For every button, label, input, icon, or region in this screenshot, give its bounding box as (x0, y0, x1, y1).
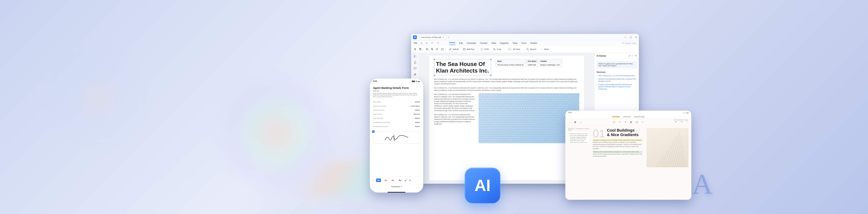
tablet-toolbar: ‹ ▦ ⌕ ✎ T ✐ ◧ ◯ ☆ ↶ ↷ ⋯ (565, 119, 691, 125)
th-location: Location (538, 59, 562, 63)
attachments-icon[interactable] (413, 73, 417, 76)
pen-icon[interactable]: ✐ (624, 120, 627, 124)
cursor-icon[interactable] (414, 48, 417, 51)
phone-content[interactable]: Agent Banking Details Form Dear Sir, Kin… (370, 84, 423, 177)
highlighter-icon[interactable]: ✎ (613, 120, 616, 124)
phone-font-toolbar: ⤡ Aa Aa Aa Aa 🖌 + (370, 177, 423, 184)
expand-icon[interactable]: ⤡ (372, 179, 374, 182)
signature-badge-icon: ✎ (372, 130, 375, 133)
phone-greeting: Dear Sir, (373, 90, 420, 92)
menu-home[interactable]: Home (449, 41, 455, 45)
plus-icon[interactable]: + (409, 179, 411, 182)
zoom-in-icon[interactable] (431, 48, 434, 51)
tab-underline[interactable]: Underline (623, 116, 631, 118)
new-tab-button[interactable]: + (448, 36, 449, 38)
font-chip-1[interactable]: Aa (376, 179, 381, 182)
thumbnails-icon[interactable]: ▦ (574, 120, 577, 124)
font-chip-4[interactable]: Aa (397, 179, 402, 182)
svg-point-0 (622, 42, 623, 43)
ai-tools-button[interactable]: ✨ AI Tools (506, 47, 521, 51)
menu-convert[interactable]: Convert (480, 42, 487, 44)
zoom-out-icon[interactable] (426, 48, 429, 51)
quick-print-icon[interactable]: ⎙ (426, 42, 427, 44)
comment-mode-label[interactable]: Comment (391, 185, 400, 188)
undo-icon[interactable]: ↶ (431, 42, 433, 44)
more-icon: ⋯ (540, 48, 544, 51)
back-icon[interactable]: ‹ (568, 120, 571, 124)
ai-bullet: Talented and experienced staff work on p… (596, 78, 637, 82)
ai-bullet: Klan Architects Inc., is a mid-sized arc… (596, 75, 637, 77)
add-text-button[interactable]: Add Text (462, 47, 475, 51)
document-tab[interactable]: Sea House of Klan.pdf ✕ (420, 35, 446, 40)
selection-handle[interactable] (433, 59, 435, 60)
eraser-icon[interactable]: ◧ (629, 120, 633, 124)
tab-highlight[interactable]: Highlight (612, 116, 620, 118)
ocr-icon (480, 48, 484, 51)
menu-search[interactable]: Search Tools (622, 42, 637, 44)
more-icon[interactable]: ⋯ (686, 120, 689, 124)
home-indicator[interactable] (388, 192, 405, 192)
menu-view[interactable]: View (491, 42, 496, 44)
signature-field[interactable]: ✎ (373, 131, 420, 144)
stamp-icon[interactable]: ☆ (641, 120, 644, 124)
hand-icon[interactable] (418, 48, 422, 51)
tab-strikethrough[interactable]: Strikethrough (634, 116, 644, 118)
brush-icon[interactable]: 🖌 (405, 179, 407, 182)
more-button[interactable]: ⋯ More (539, 47, 550, 51)
minimize-button[interactable]: — (624, 36, 626, 38)
edit-all-button[interactable]: Edit All (447, 47, 460, 51)
ai-expand-icon[interactable]: ⤢ (629, 55, 630, 57)
redo-icon[interactable]: ↷ (680, 120, 683, 124)
comments-icon[interactable] (413, 67, 417, 70)
tablet-body[interactable]: SECTION 1 | 6 Essentials Concepts to Mas… (565, 125, 691, 200)
search-icon[interactable]: ⌕ (579, 120, 583, 124)
close-icon[interactable]: ✕ (442, 36, 444, 38)
ai-close-icon[interactable]: ✕ (635, 55, 637, 57)
search-button[interactable]: Search (525, 47, 537, 51)
menu-file[interactable]: File (414, 42, 417, 44)
font-chip-3[interactable]: Aa (390, 179, 395, 182)
svg-line-4 (428, 49, 428, 50)
td-location: Westport, Washington, USA (538, 63, 562, 67)
menu-protect[interactable]: Protect (530, 42, 537, 44)
menu-comment[interactable]: Comment (467, 42, 476, 44)
edit-icon (448, 48, 452, 51)
redo-icon[interactable]: ↷ (437, 42, 439, 44)
th-name: Name (495, 59, 526, 63)
doc-paragraph: Klan Architects Inc., is a mid-sized arc… (434, 87, 579, 92)
menu-organize[interactable]: Organize (500, 42, 508, 44)
ai-badge-icon: ✨ (507, 47, 512, 51)
toolbar: Edit All Add Text OCR Crop ✨ AI Tools Se… (411, 46, 639, 53)
selection-handle[interactable] (433, 75, 435, 76)
phone-intro: Kindly find below banking details for al… (373, 93, 420, 98)
highlighter-icon[interactable] (436, 48, 439, 51)
quick-save-icon[interactable]: ⎙ (421, 42, 422, 44)
ocr-button[interactable]: OCR (479, 47, 490, 51)
selection-handle[interactable] (490, 75, 492, 76)
svg-line-8 (433, 49, 433, 50)
ai-minimize-icon[interactable]: — (632, 55, 634, 57)
menu-edit[interactable]: Edit (459, 42, 463, 44)
phone-time: 9:41 (373, 80, 377, 82)
undo-icon[interactable]: ↶ (674, 120, 677, 124)
menu-tools[interactable]: Tools (513, 42, 518, 44)
shape-icon[interactable] (441, 48, 444, 51)
document-title-selection[interactable]: The Sea House Of Klan Architects Inc. (434, 59, 491, 76)
chevron-down-icon[interactable]: ▾ (401, 186, 402, 187)
tablet-corner-label: Six Essential Concepts (674, 119, 688, 121)
selection-handle[interactable] (490, 59, 492, 60)
maximize-button[interactable]: ▢ (630, 36, 632, 38)
ai-sidebar-title: AI Sidebar (596, 55, 606, 57)
menu-form[interactable]: Form (522, 42, 526, 44)
text-icon[interactable]: T (618, 120, 621, 124)
tablet-subhead: SECTION 1 | 6 Essentials Concepts to Mas… (568, 128, 590, 131)
tab-title: Sea House of Klan.pdf (421, 36, 441, 38)
thumbnails-icon[interactable] (413, 55, 417, 58)
font-chip-2[interactable]: Aa (383, 179, 388, 182)
shape-icon[interactable]: ◯ (635, 120, 639, 124)
crop-button[interactable]: Crop (492, 47, 502, 51)
close-button[interactable]: ✕ (635, 36, 637, 38)
tablet-device: 9:41 ◦◦◦ ◇ ▬ Highlight Underline Striket… (565, 111, 691, 200)
tablet-tabbar: Highlight Underline Strikethrough (565, 114, 691, 119)
bookmarks-icon[interactable] (413, 61, 417, 64)
